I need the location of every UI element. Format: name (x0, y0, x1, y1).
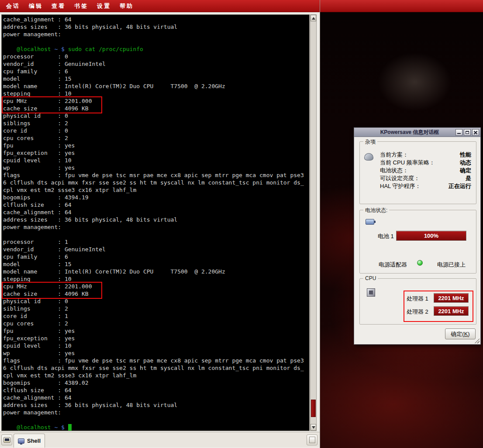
text-segment (65, 424, 68, 431)
text-segment: siblings : 2 (3, 305, 68, 312)
ok-label-suffix: ) (468, 331, 469, 337)
terminal-line: cpu family : 6 (3, 253, 304, 260)
info-value: 是 (466, 175, 471, 181)
menu-item[interactable]: 帮助 (115, 0, 138, 12)
text-segment: $ (58, 46, 65, 52)
info-row: HAL 守护程序：正在运行 (380, 183, 471, 189)
terminal-line: cpu cores : 2 (3, 134, 304, 142)
scroll-up-icon (312, 17, 315, 20)
terminal-screen[interactable]: cache_alignment : 64address sizes : 36 b… (1, 14, 310, 431)
menu-item[interactable]: 查看 (47, 0, 70, 12)
ok-button[interactable]: 确定(K) (445, 328, 476, 339)
text-segment: bogomips : 4394.19 (3, 194, 89, 201)
background-window-titlebar[interactable] (320, 0, 483, 12)
close-button[interactable] (472, 129, 479, 136)
terminal-tabbar: Shell (0, 432, 320, 447)
info-label: HAL 守护程序： (380, 183, 421, 189)
text-segment: physical id : 0 (3, 298, 68, 304)
text-segment: stepping : 10 (3, 276, 72, 282)
text-segment: cache_alignment : 64 (3, 16, 72, 23)
text-segment: ~ (51, 46, 58, 52)
info-label: 当前 CPU 频率策略： (380, 159, 435, 166)
terminal-line: physical id : 0 (3, 112, 304, 120)
text-segment: cpl vmx est tm2 ssse3 cx16 xtpr lahf_lm (3, 187, 136, 193)
scrollbar-thumb[interactable] (311, 400, 316, 417)
text-segment: core id : 0 (3, 127, 68, 134)
terminal-line: stepping : 10 (3, 90, 304, 97)
text-segment: cpuid level : 10 (3, 342, 72, 349)
terminal-line: cpuid level : 10 (3, 157, 304, 164)
terminal-line: bogomips : 4394.19 (3, 194, 304, 201)
group-misc: 杂项 当前方案：性能当前 CPU 频率策略：动态电池状态：确定可以设定亮度：是H… (359, 141, 476, 204)
terminal-line: clflush size : 64 (3, 386, 304, 394)
cpu-frequency-value: 2201 MHz (438, 308, 464, 315)
new-session-icon (3, 437, 10, 443)
cpu-frequency-bar: 2201 MHz (434, 306, 469, 316)
info-row: 当前方案：性能 (380, 151, 471, 158)
terminal-line: physical id : 0 (3, 298, 304, 305)
menu-item[interactable]: 会话 (2, 0, 24, 12)
cpu-row: 处理器 12201 MHz (407, 293, 472, 303)
text-segment: stepping : 10 (3, 90, 72, 97)
terminal-line: cache_alignment : 64 (3, 394, 304, 401)
terminal-scrollbar[interactable] (310, 14, 317, 431)
menu-item[interactable]: 书签 (70, 0, 93, 12)
minimize-button[interactable] (455, 129, 462, 136)
text-segment: model name : Intel(R) Core(TM)2 Duo CPU … (3, 268, 225, 275)
text-segment: cpu MHz : 2201.000 (3, 98, 92, 104)
maximize-button[interactable] (464, 129, 471, 136)
terminal-line: power management: (3, 409, 304, 416)
text-segment (3, 424, 17, 431)
scroll-up-button[interactable] (310, 15, 316, 21)
terminal-line: @localhost ~ $ sudo cat /proc/cpuinfo (3, 45, 304, 53)
ok-accel-key: K (464, 331, 468, 337)
text-segment: cache_alignment : 64 (3, 394, 72, 401)
scroll-down-button[interactable] (310, 424, 316, 431)
text-segment: power management: (3, 224, 61, 230)
text-segment: cpl vmx est tm2 ssse3 cx16 xtpr lahf_lm (3, 372, 136, 379)
text-segment: cpu family : 6 (3, 253, 68, 260)
menu-item[interactable]: 编辑 (24, 0, 47, 12)
text-segment: fpu : yes (3, 328, 75, 334)
text-segment: model : 15 (3, 75, 72, 82)
menu-item[interactable]: 设置 (93, 0, 115, 12)
terminal-line: model : 15 (3, 260, 304, 268)
terminal-line (3, 231, 304, 238)
adapter-status: 电源已接上 (437, 261, 466, 269)
text-segment: $ (58, 424, 65, 431)
terminal-line (3, 38, 304, 45)
terminal-line: fpu : yes (3, 142, 304, 149)
terminal-line: flags : fpu vme de pse tsc msr pae mce c… (3, 171, 304, 179)
text-segment: fpu_exception : yes (3, 150, 75, 156)
text-segment: address sizes : 36 bits physical, 48 bit… (3, 216, 177, 223)
terminal-line: core id : 0 (3, 127, 304, 134)
text-segment: wp : yes (3, 350, 75, 356)
info-label: 当前方案： (380, 151, 408, 158)
shell-tab-icon (18, 438, 24, 444)
text-segment: physical id : 0 (3, 113, 68, 119)
text-segment: flags : fpu vme de pse tsc msr pae mce c… (3, 172, 304, 178)
text-segment: fpu_exception : yes (3, 335, 75, 342)
info-value: 性能 (460, 151, 471, 158)
terminal-line: cache_alignment : 64 (3, 209, 304, 216)
session-list-icon (309, 437, 315, 443)
session-list-button[interactable] (307, 434, 317, 445)
terminal-line: power management: (3, 31, 304, 38)
terminal-line: bogomips : 4389.02 (3, 379, 304, 386)
dialog-titlebar[interactable]: KPowersave 信息对话框 (354, 128, 480, 137)
text-segment: vendor_id : GenuineIntel (3, 246, 106, 253)
text-segment: address sizes : 36 bits physical, 48 bit… (3, 24, 177, 30)
terminal-line: wp : yes (3, 164, 304, 171)
cpu-chip-icon (367, 288, 375, 297)
text-segment: cache size : 4096 KB (3, 291, 89, 297)
tab-shell[interactable]: Shell (14, 434, 45, 448)
battery-icon (366, 219, 374, 225)
battery-percent: 100% (424, 233, 438, 239)
adapter-label: 电源适配器 (379, 261, 407, 269)
new-session-button[interactable] (1, 434, 12, 445)
terminal-line: fpu : yes (3, 327, 304, 335)
power-led-icon (417, 260, 423, 266)
text-segment: wp : yes (3, 164, 75, 171)
terminal-line: cpu family : 6 (3, 68, 304, 75)
terminal-line: vendor_id : GenuineIntel (3, 246, 304, 253)
